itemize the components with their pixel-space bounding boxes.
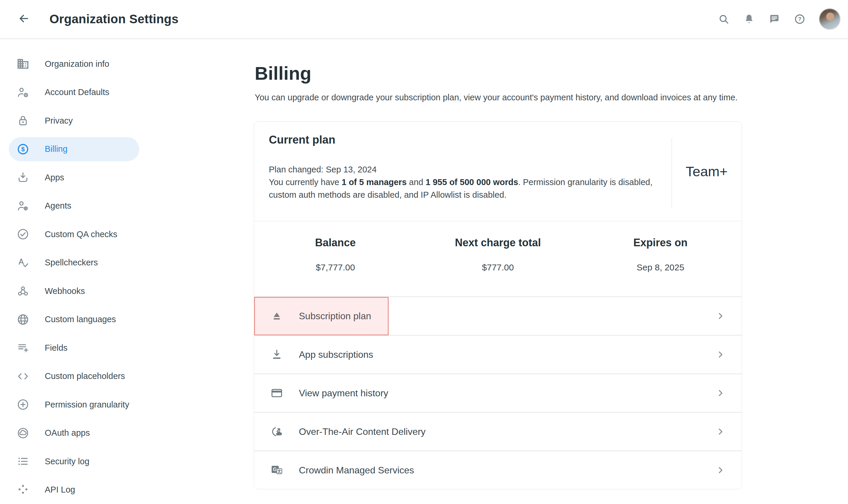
row-label: App subscriptions [299, 349, 373, 360]
stat-next-charge-total: Next charge total $777.00 [417, 221, 579, 296]
sidebar-item-api-log[interactable]: API Log [0, 476, 141, 504]
sidebar-item-billing[interactable]: $ Billing [9, 137, 139, 161]
sidebar-item-label: Custom placeholders [45, 371, 125, 381]
billing-content: Billing You can upgrade or downgrade you… [254, 38, 743, 489]
sidebar-item-webhooks[interactable]: Webhooks [0, 277, 141, 305]
sidebar-item-spellcheckers[interactable]: Spellcheckers [0, 249, 141, 277]
diamonds-icon [17, 483, 30, 496]
translate-icon: G [270, 463, 283, 477]
billing-stats: Balance $7,777.00 Next charge total $777… [254, 221, 742, 296]
sidebar-item-custom-qa-checks[interactable]: Custom QA checks [0, 220, 141, 249]
spellcheck-icon [17, 256, 30, 269]
help-icon[interactable]: ? [794, 13, 806, 25]
billing-card: Current plan Plan changed: Sep 13, 2024 … [254, 122, 742, 489]
sidebar-item-oauth-apps[interactable]: OAuth apps [0, 419, 141, 448]
notifications-bell-icon[interactable] [743, 13, 755, 25]
row-ota-content-delivery[interactable]: Over-The-Air Content Delivery [254, 413, 742, 450]
check-circle-icon [17, 228, 30, 241]
sidebar-item-apps[interactable]: Apps [0, 163, 141, 192]
download-icon [270, 348, 283, 361]
usage-prefix: You currently have [269, 177, 342, 187]
globe-icon [17, 313, 30, 326]
row-crowdin-managed-services[interactable]: G Crowdin Managed Services [254, 451, 742, 489]
row-app-subscriptions[interactable]: App subscriptions [254, 336, 742, 373]
page-title: Billing [255, 64, 743, 83]
row-label: Over-The-Air Content Delivery [299, 426, 426, 437]
plan-name: Team+ [686, 163, 728, 179]
chevron-right-icon[interactable] [715, 310, 726, 322]
plan-usage-text: You currently have 1 of 5 managers and 1… [269, 176, 672, 201]
stat-label: Next charge total [417, 237, 579, 249]
sidebar-item-security-log[interactable]: Security log [0, 447, 141, 476]
stat-balance: Balance $7,777.00 [254, 221, 417, 296]
stat-value: Sep 8, 2025 [579, 263, 742, 272]
dollar-circle-icon: $ [17, 143, 30, 156]
user-avatar[interactable] [819, 8, 840, 30]
lock-icon [17, 114, 30, 127]
row-label: Crowdin Managed Services [299, 465, 414, 476]
sidebar-item-permission-granularity[interactable]: Permission granularity [0, 391, 141, 419]
sidebar-item-label: Custom QA checks [45, 230, 118, 239]
bullet-list-icon [17, 455, 30, 468]
webhook-icon [17, 285, 30, 298]
credit-card-icon [270, 386, 283, 400]
user-gear-icon [17, 86, 30, 99]
chevron-right-icon[interactable] [715, 349, 726, 360]
back-arrow-icon [18, 13, 30, 24]
usage-middle: and [406, 177, 426, 187]
messages-icon[interactable] [768, 13, 780, 25]
sidebar-item-custom-placeholders[interactable]: Custom placeholders [0, 362, 141, 391]
sidebar-item-organization-info[interactable]: Organization info [0, 50, 141, 78]
app-header: Organization Settings ? [0, 0, 848, 38]
usage-managers: 1 of 5 managers [342, 177, 406, 187]
row-view-payment-history[interactable]: View payment history [254, 374, 742, 412]
sidebar-item-label: Permission granularity [45, 400, 129, 410]
sidebar-item-label: Security log [45, 457, 89, 466]
page-header-title: Organization Settings [50, 12, 178, 26]
sidebar-item-label: Spellcheckers [45, 258, 98, 267]
row-subscription-plan[interactable]: Subscription plan [254, 297, 742, 335]
sidebar-item-label: Apps [45, 173, 64, 182]
sidebar-item-fields[interactable]: Fields [0, 334, 141, 362]
chevron-right-icon[interactable] [715, 426, 726, 437]
building-icon [17, 57, 30, 70]
stat-value: $7,777.00 [254, 263, 417, 272]
sidebar-item-label: Account Defaults [45, 87, 109, 97]
sidebar-item-account-defaults[interactable]: Account Defaults [0, 78, 141, 107]
stat-value: $777.00 [417, 263, 579, 272]
code-icon [17, 370, 30, 383]
sidebar-item-label: Privacy [45, 116, 73, 126]
svg-text:?: ? [798, 16, 801, 22]
sidebar-item-label: Organization info [45, 59, 109, 69]
chevron-right-icon[interactable] [715, 464, 726, 476]
current-plan-details: Current plan Plan changed: Sep 13, 2024 … [254, 122, 672, 221]
usage-words: 1 955 of 500 000 words [426, 177, 518, 187]
sidebar-item-privacy[interactable]: Privacy [0, 107, 141, 135]
sidebar-item-custom-languages[interactable]: Custom languages [0, 305, 141, 334]
row-label: Subscription plan [299, 311, 371, 322]
chevron-right-icon[interactable] [715, 387, 726, 399]
svg-text:$: $ [21, 146, 25, 152]
sidebar-item-label: Agents [45, 201, 71, 211]
user-cube-icon [17, 199, 30, 212]
plus-circle-icon [17, 398, 30, 411]
header-actions: ? [718, 8, 840, 30]
row-label: View payment history [299, 388, 388, 399]
settings-sidebar: Organization info Account Defaults Priva… [0, 38, 141, 504]
list-add-icon [17, 341, 30, 354]
back-button[interactable] [17, 12, 31, 26]
sidebar-item-agents[interactable]: Agents [0, 192, 141, 220]
search-icon[interactable] [718, 13, 730, 25]
svg-text:G: G [273, 466, 277, 472]
sidebar-item-label: OAuth apps [45, 428, 90, 438]
plan-changed-text: Plan changed: Sep 13, 2024 [269, 163, 672, 176]
current-plan-section: Current plan Plan changed: Sep 13, 2024 … [254, 122, 742, 221]
sidebar-item-label: API Log [45, 485, 75, 494]
stat-expires-on: Expires on Sep 8, 2025 [579, 221, 742, 296]
sidebar-item-label: Billing [45, 144, 67, 154]
eject-icon [270, 309, 283, 323]
sidebar-item-label: Custom languages [45, 314, 116, 324]
ota-cloud-sync-icon [270, 425, 283, 438]
sidebar-item-label: Webhooks [45, 286, 85, 296]
sidebar-item-label: Fields [45, 343, 67, 353]
